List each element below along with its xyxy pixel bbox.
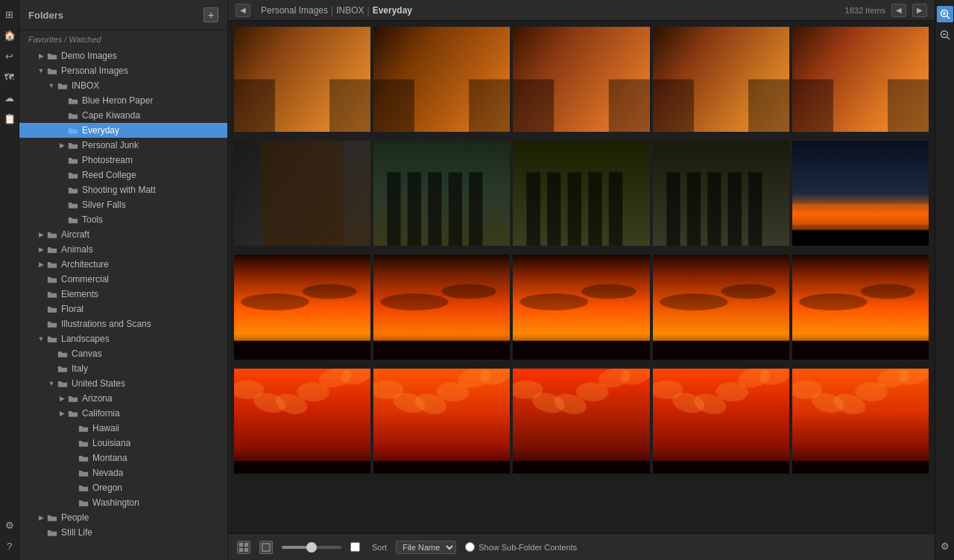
sidebar-item-illustrations-and-scans[interactable]: Illustrations and Scans [19,316,227,331]
right-settings-icon[interactable]: ⚙ [937,538,953,554]
sidebar-item-photostream[interactable]: Photostream [19,153,227,168]
sidebar-label-montana: Montana [92,453,127,463]
checkbox-container[interactable] [350,542,363,552]
sidebar-item-floral[interactable]: Floral [19,302,227,316]
help-icon[interactable]: ? [1,538,18,554]
image-cell-1-2[interactable] [513,141,649,246]
add-folder-button[interactable]: + [203,7,218,22]
back-button[interactable]: ◀ [236,4,250,17]
arrow-canvas [46,349,57,359]
zoom-in-icon[interactable] [937,6,953,22]
sidebar-item-tools[interactable]: Tools [19,212,227,227]
sidebar-label-reed-college: Reed College [82,170,136,180]
folder-icon-washington [78,497,89,508]
sidebar-label-united-states: United States [72,378,125,389]
arrow-louisiana [67,438,78,448]
sidebar-item-animals[interactable]: ▶ Animals [19,242,227,257]
sidebar-item-louisiana[interactable]: Louisiana [19,436,227,451]
folder-icon-inbox [57,80,69,91]
thumbnail-size-slider[interactable] [282,546,341,549]
image-cell-1-0[interactable] [234,141,370,246]
sidebar-item-blue-heron-paper[interactable]: Blue Heron Paper [19,93,227,108]
sidebar-item-reed-college[interactable]: Reed College [19,168,227,182]
image-cell-1-4[interactable] [792,141,929,246]
thumbnail-size-slider-container[interactable] [282,546,341,549]
map-icon[interactable]: 🗺 [1,69,18,85]
clipboard-icon[interactable]: 📋 [1,110,18,127]
sidebar-item-architecture[interactable]: ▶ Architecture [19,257,227,272]
subfolder-toggle-label[interactable]: Show Sub-Folder Contents [465,542,577,552]
image-cell-2-0[interactable] [234,255,370,360]
image-cell-3-2[interactable] [513,369,649,474]
image-canvas-0-1 [373,27,510,132]
folder-icon-oregon [78,483,89,493]
image-cell-2-4[interactable] [792,255,929,360]
sidebar-item-everyday[interactable]: Everyday [19,123,227,138]
grid-icon[interactable]: ⊞ [1,6,18,22]
image-cell-3-1[interactable] [373,369,510,474]
arrow-still-life [36,527,46,538]
zoom-out-icon[interactable] [937,27,953,43]
image-cell-3-4[interactable] [792,369,929,474]
sidebar-item-cape-kiwanda[interactable]: Cape Kiwanda [19,108,227,123]
image-cell-1-3[interactable] [653,141,789,246]
sidebar-item-hawaii[interactable]: Hawaii [19,421,227,436]
sidebar-item-shooting-with-matt[interactable]: Shooting with Matt [19,182,227,197]
settings-icon[interactable]: ⚙ [1,517,18,533]
breadcrumb-part-1[interactable]: INBOX [336,5,364,16]
sidebar-item-inbox[interactable]: ▼ INBOX [19,78,227,93]
single-view-icon[interactable] [259,541,273,554]
image-cell-0-4[interactable] [792,27,929,132]
image-cell-2-3[interactable] [653,255,789,360]
sidebar-item-landscapes[interactable]: ▼ Landscapes [19,331,227,346]
folder-icon-everyday [67,125,79,136]
sidebar-item-elements[interactable]: Elements [19,287,227,302]
select-all-checkbox[interactable] [350,542,360,552]
breadcrumb-part-0[interactable]: Personal Images [261,5,328,16]
image-canvas-3-1 [373,369,510,474]
sidebar-item-commercial[interactable]: Commercial [19,272,227,287]
sidebar-item-arizona[interactable]: ▶ Arizona [19,391,227,406]
image-cell-2-2[interactable] [513,255,649,360]
sidebar-item-silver-falls[interactable]: Silver Falls [19,197,227,212]
sidebar-item-nevada[interactable]: Nevada [19,465,227,480]
sidebar-item-montana[interactable]: Montana [19,451,227,465]
image-cell-0-1[interactable] [373,27,510,132]
image-cell-0-2[interactable] [513,27,649,132]
sidebar-item-washington[interactable]: Washington [19,495,227,510]
sidebar-item-aircraft[interactable]: ▶ Aircraft [19,227,227,242]
image-canvas-0-3 [653,27,789,132]
prev-button[interactable]: ◀ [891,4,906,17]
sidebar-item-united-states[interactable]: ▼ United States [19,376,227,391]
grid-view-icon[interactable] [237,541,250,554]
arrow-cape-kiwanda [57,110,67,121]
sidebar-item-personal-images[interactable]: ▼ Personal Images [19,63,227,78]
sidebar-item-california[interactable]: ▶ California [19,406,227,421]
sidebar-item-people[interactable]: ▶ People [19,510,227,525]
image-grid-container[interactable] [228,21,935,533]
sidebar-item-demo-images[interactable]: ▶ Demo Images [19,48,227,63]
sidebar-item-personal-junk[interactable]: ▶ Personal Junk [19,138,227,153]
image-cell-0-3[interactable] [653,27,789,132]
image-cell-1-1[interactable] [373,141,510,246]
image-cell-0-0[interactable] [234,27,370,132]
sidebar-label-architecture: Architecture [61,259,109,270]
image-canvas-1-0 [234,141,370,246]
return-icon[interactable]: ↩ [1,48,18,64]
sidebar-item-still-life[interactable]: Still Life [19,525,227,540]
image-cell-2-1[interactable] [373,255,510,360]
sort-select[interactable]: File Name Date Size Rating [396,541,456,554]
sidebar-label-elements: Elements [61,289,98,299]
image-cell-3-3[interactable] [653,369,789,474]
arrow-reed-college [57,170,67,180]
subfolder-toggle[interactable] [465,542,475,552]
image-cell-3-0[interactable] [234,369,370,474]
next-button[interactable]: ▶ [912,4,927,17]
sidebar-item-canvas[interactable]: Canvas [19,346,227,361]
sidebar-label-shooting-with-matt: Shooting with Matt [82,185,156,195]
folder-icon-montana [78,453,89,463]
sidebar-item-oregon[interactable]: Oregon [19,480,227,495]
cloud-icon[interactable]: ☁ [1,89,18,106]
home-icon[interactable]: 🏠 [1,27,18,43]
sidebar-item-italy[interactable]: Italy [19,361,227,376]
